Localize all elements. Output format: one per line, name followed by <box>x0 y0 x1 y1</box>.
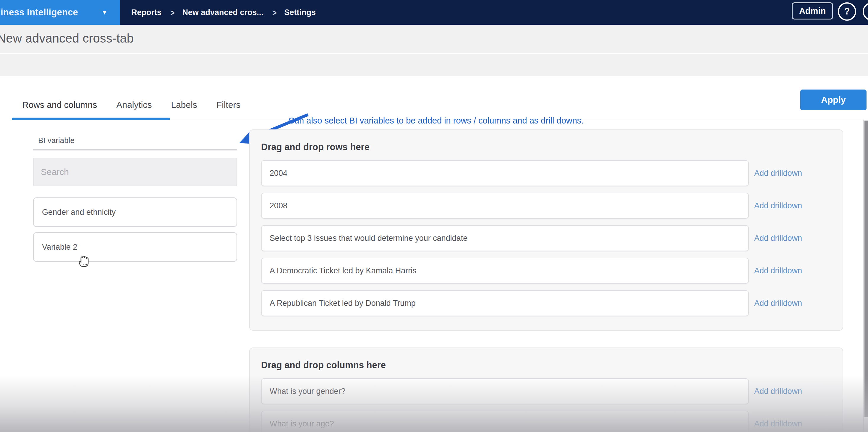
columns-panel-title: Drag and drop columns here <box>261 360 831 370</box>
breadcrumb-item[interactable]: Settings <box>284 8 316 17</box>
add-drilldown-link[interactable]: Add drilldown <box>754 387 802 396</box>
annotation-text: Can also select BI variables to be added… <box>288 116 584 126</box>
bi-variable-underline <box>33 149 237 151</box>
top-navigation-bar: iness Intelligence ▼ Reports > New advan… <box>0 0 868 25</box>
add-drilldown-link[interactable]: Add drilldown <box>754 419 802 428</box>
bi-variable-item-label: Variable 2 <box>42 242 78 252</box>
columns-list: What is your gender? Add drilldown What … <box>261 378 831 432</box>
tab[interactable]: Rows and columns <box>22 100 97 110</box>
row-card-label: Select top 3 issues that would determine… <box>270 234 467 243</box>
rows-panel-title: Drag and drop rows here <box>261 142 831 153</box>
chevron-right-icon: > <box>273 7 277 18</box>
page-title-band: New advanced cross-tab <box>0 25 868 53</box>
tab-label: Labels <box>171 100 197 110</box>
add-drilldown-link[interactable]: Add drilldown <box>754 234 802 243</box>
add-drilldown-link[interactable]: Add drilldown <box>754 299 802 308</box>
row-card[interactable]: 2008 <box>261 193 749 219</box>
apply-button[interactable]: Apply <box>800 90 867 110</box>
add-drilldown-link[interactable]: Add drilldown <box>754 169 802 178</box>
column-item: What is your gender? Add drilldown <box>261 378 831 404</box>
column-item: What is your age? Add drilldown <box>261 411 831 432</box>
user-icon[interactable] <box>863 2 868 21</box>
tab-label: Rows and columns <box>22 100 97 110</box>
column-card[interactable]: What is your gender? <box>261 378 749 404</box>
admin-button[interactable]: Admin <box>792 2 833 20</box>
app-switcher[interactable]: iness Intelligence ▼ <box>0 0 120 25</box>
search-input[interactable] <box>33 158 237 186</box>
bi-variable-label: BI variable <box>38 136 74 145</box>
columns-drop-panel: Drag and drop columns here What is your … <box>249 347 843 432</box>
row-card[interactable]: A Republican Ticket led by Donald Trump <box>261 290 749 316</box>
active-tab-underline <box>12 118 170 120</box>
column-card-label: What is your age? <box>270 419 334 428</box>
row-item: A Democratic Ticket led by Kamala Harris… <box>261 258 831 284</box>
chevron-down-icon: ▼ <box>101 9 107 16</box>
help-icon[interactable]: ? <box>838 2 856 21</box>
scrollbar-thumb[interactable] <box>864 121 868 417</box>
bi-variable-item-label: Gender and ethnicity <box>42 208 116 217</box>
row-card[interactable]: 2004 <box>261 160 749 186</box>
tab[interactable]: Analytics <box>116 100 152 110</box>
rows-drop-panel: Drag and drop rows here 2004 Add drilldo… <box>249 129 843 331</box>
toolbar-band <box>0 54 868 76</box>
tab-label: Filters <box>216 100 241 110</box>
row-item: 2008 Add drilldown <box>261 193 831 219</box>
brand-title: iness Intelligence <box>1 7 78 18</box>
app-screen: iness Intelligence ▼ Reports > New advan… <box>0 0 868 432</box>
row-card-label: 2004 <box>270 169 287 178</box>
bi-variable-list: Gender and ethnicity Variable 2 <box>33 197 237 262</box>
column-card[interactable]: What is your age? <box>261 411 749 432</box>
row-item: Select top 3 issues that would determine… <box>261 225 831 251</box>
tab[interactable]: Filters <box>216 100 241 110</box>
row-card-label: A Democratic Ticket led by Kamala Harris <box>270 266 416 275</box>
rows-list: 2004 Add drilldown 2008 Add drilldown Se… <box>261 160 831 316</box>
page-title: New advanced cross-tab <box>0 31 134 45</box>
breadcrumb-item[interactable]: New advanced cros... <box>182 8 264 17</box>
chevron-right-icon: > <box>170 7 175 18</box>
row-card-label: A Republican Ticket led by Donald Trump <box>270 299 416 308</box>
add-drilldown-link[interactable]: Add drilldown <box>754 266 802 275</box>
row-item: 2004 Add drilldown <box>261 160 831 186</box>
row-card[interactable]: Select top 3 issues that would determine… <box>261 225 749 251</box>
bi-variable-item[interactable]: Variable 2 <box>33 232 237 262</box>
row-card-label: 2008 <box>270 201 287 210</box>
breadcrumb-item[interactable]: Reports <box>131 8 161 17</box>
row-card[interactable]: A Democratic Ticket led by Kamala Harris <box>261 258 749 284</box>
tab[interactable]: Labels <box>171 100 197 110</box>
row-item: A Republican Ticket led by Donald Trump … <box>261 290 831 316</box>
tab-label: Analytics <box>116 100 152 110</box>
add-drilldown-link[interactable]: Add drilldown <box>754 201 802 210</box>
grab-cursor-icon <box>78 252 93 269</box>
breadcrumb: Reports > New advanced cros... > Setting… <box>131 0 316 25</box>
column-card-label: What is your gender? <box>270 387 346 396</box>
tab-bar: Rows and columns Analytics Labels Filter… <box>22 100 241 110</box>
bi-variable-item[interactable]: Gender and ethnicity <box>33 197 237 227</box>
